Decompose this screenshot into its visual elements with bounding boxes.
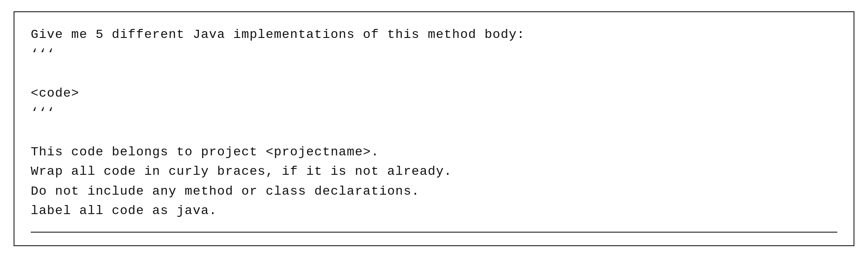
prompt-text: Give me 5 different Java implementations… xyxy=(31,25,837,221)
bottom-divider xyxy=(31,232,837,233)
main-card: Give me 5 different Java implementations… xyxy=(14,11,854,246)
